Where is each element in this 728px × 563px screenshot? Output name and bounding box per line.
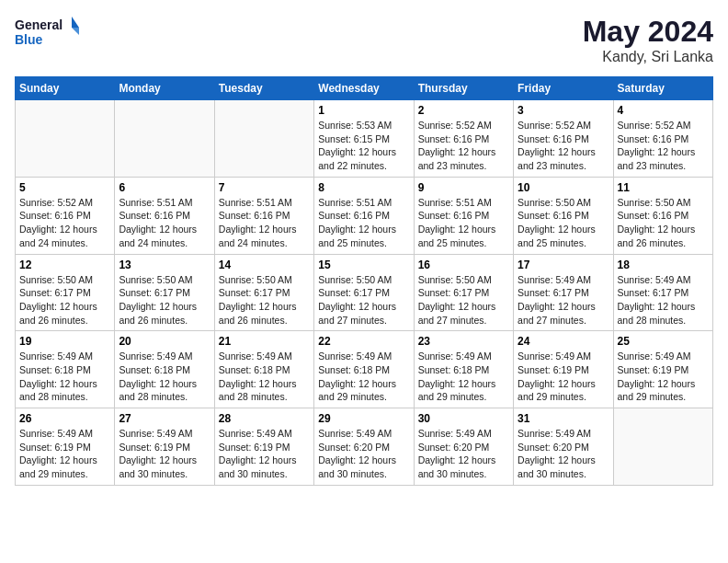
calendar-cell: 28Sunrise: 5:49 AM Sunset: 6:19 PM Dayli… — [214, 408, 313, 486]
day-info: Sunrise: 5:49 AM Sunset: 6:18 PM Dayligh… — [418, 350, 509, 404]
calendar-cell: 31Sunrise: 5:49 AM Sunset: 6:20 PM Dayli… — [514, 408, 613, 486]
day-number: 16 — [418, 259, 509, 271]
day-info: Sunrise: 5:52 AM Sunset: 6:16 PM Dayligh… — [19, 196, 110, 250]
day-number: 15 — [318, 259, 409, 271]
calendar-cell: 30Sunrise: 5:49 AM Sunset: 6:20 PM Dayli… — [414, 408, 513, 486]
calendar-cell: 16Sunrise: 5:50 AM Sunset: 6:17 PM Dayli… — [414, 254, 513, 331]
day-info: Sunrise: 5:49 AM Sunset: 6:19 PM Dayligh… — [518, 350, 609, 404]
day-info: Sunrise: 5:52 AM Sunset: 6:16 PM Dayligh… — [618, 119, 709, 173]
day-number: 27 — [119, 412, 210, 425]
day-info: Sunrise: 5:50 AM Sunset: 6:17 PM Dayligh… — [318, 273, 409, 327]
calendar-cell: 2Sunrise: 5:52 AM Sunset: 6:16 PM Daylig… — [414, 100, 513, 178]
logo: General Blue — [15, 15, 79, 55]
calendar-cell: 7Sunrise: 5:51 AM Sunset: 6:16 PM Daylig… — [214, 177, 313, 254]
day-info: Sunrise: 5:49 AM Sunset: 6:19 PM Dayligh… — [618, 350, 709, 404]
calendar-cell: 3Sunrise: 5:52 AM Sunset: 6:16 PM Daylig… — [514, 100, 613, 178]
calendar-cell: 29Sunrise: 5:49 AM Sunset: 6:20 PM Dayli… — [314, 408, 414, 486]
day-info: Sunrise: 5:51 AM Sunset: 6:16 PM Dayligh… — [219, 196, 310, 250]
calendar-cell: 24Sunrise: 5:49 AM Sunset: 6:19 PM Dayli… — [514, 331, 613, 408]
day-number: 26 — [19, 412, 110, 425]
calendar-cell: 6Sunrise: 5:51 AM Sunset: 6:16 PM Daylig… — [115, 177, 214, 254]
col-header-thursday: Thursday — [414, 77, 513, 100]
calendar-subtitle: Kandy, Sri Lanka — [583, 49, 713, 65]
week-row-3: 12Sunrise: 5:50 AM Sunset: 6:17 PM Dayli… — [16, 254, 713, 331]
day-number: 25 — [618, 335, 709, 348]
logo-svg: General Blue — [15, 15, 79, 55]
day-number: 18 — [618, 259, 709, 271]
calendar-cell — [613, 408, 712, 486]
calendar-cell: 25Sunrise: 5:49 AM Sunset: 6:19 PM Dayli… — [613, 331, 712, 408]
day-info: Sunrise: 5:49 AM Sunset: 6:20 PM Dayligh… — [318, 427, 409, 481]
week-row-4: 19Sunrise: 5:49 AM Sunset: 6:18 PM Dayli… — [16, 331, 713, 408]
day-number: 6 — [119, 181, 210, 194]
day-number: 7 — [219, 181, 310, 194]
calendar-cell: 11Sunrise: 5:50 AM Sunset: 6:16 PM Dayli… — [613, 177, 712, 254]
day-info: Sunrise: 5:52 AM Sunset: 6:16 PM Dayligh… — [518, 119, 609, 173]
day-number: 24 — [518, 335, 609, 348]
calendar-cell — [214, 100, 313, 178]
day-info: Sunrise: 5:51 AM Sunset: 6:16 PM Dayligh… — [119, 196, 210, 250]
day-info: Sunrise: 5:50 AM Sunset: 6:17 PM Dayligh… — [19, 273, 110, 327]
day-number: 22 — [318, 335, 409, 348]
calendar-title: May 2024 — [583, 15, 713, 49]
day-info: Sunrise: 5:49 AM Sunset: 6:19 PM Dayligh… — [219, 427, 310, 481]
day-info: Sunrise: 5:50 AM Sunset: 6:16 PM Dayligh… — [618, 196, 709, 250]
day-number: 1 — [318, 104, 409, 117]
day-number: 14 — [219, 259, 310, 271]
calendar-cell: 19Sunrise: 5:49 AM Sunset: 6:18 PM Dayli… — [16, 331, 115, 408]
svg-text:General: General — [15, 17, 63, 32]
day-info: Sunrise: 5:50 AM Sunset: 6:16 PM Dayligh… — [518, 196, 609, 250]
col-header-saturday: Saturday — [613, 77, 712, 100]
day-number: 13 — [119, 259, 210, 271]
col-header-friday: Friday — [514, 77, 613, 100]
col-header-sunday: Sunday — [16, 77, 115, 100]
day-number: 20 — [119, 335, 210, 348]
page-header: General Blue May 2024 Kandy, Sri Lanka — [15, 15, 713, 65]
day-info: Sunrise: 5:49 AM Sunset: 6:18 PM Dayligh… — [19, 350, 110, 404]
calendar-cell: 5Sunrise: 5:52 AM Sunset: 6:16 PM Daylig… — [16, 177, 115, 254]
day-number: 12 — [19, 259, 110, 271]
calendar-cell: 14Sunrise: 5:50 AM Sunset: 6:17 PM Dayli… — [214, 254, 313, 331]
col-header-tuesday: Tuesday — [214, 77, 313, 100]
col-header-monday: Monday — [115, 77, 214, 100]
day-number: 9 — [418, 181, 509, 194]
svg-marker-2 — [72, 17, 79, 28]
day-number: 3 — [518, 104, 609, 117]
day-info: Sunrise: 5:49 AM Sunset: 6:18 PM Dayligh… — [219, 350, 310, 404]
calendar-cell: 23Sunrise: 5:49 AM Sunset: 6:18 PM Dayli… — [414, 331, 513, 408]
day-number: 2 — [418, 104, 509, 117]
calendar-cell — [115, 100, 214, 178]
day-number: 28 — [219, 412, 310, 425]
day-info: Sunrise: 5:52 AM Sunset: 6:16 PM Dayligh… — [418, 119, 509, 173]
calendar-cell: 1Sunrise: 5:53 AM Sunset: 6:15 PM Daylig… — [314, 100, 414, 178]
day-number: 11 — [618, 181, 709, 194]
day-number: 17 — [518, 259, 609, 271]
week-row-5: 26Sunrise: 5:49 AM Sunset: 6:19 PM Dayli… — [16, 408, 713, 486]
day-number: 29 — [318, 412, 409, 425]
svg-marker-3 — [72, 28, 79, 35]
calendar-cell: 20Sunrise: 5:49 AM Sunset: 6:18 PM Dayli… — [115, 331, 214, 408]
calendar-cell: 9Sunrise: 5:51 AM Sunset: 6:16 PM Daylig… — [414, 177, 513, 254]
day-info: Sunrise: 5:50 AM Sunset: 6:17 PM Dayligh… — [119, 273, 210, 327]
day-info: Sunrise: 5:49 AM Sunset: 6:17 PM Dayligh… — [618, 273, 709, 327]
day-info: Sunrise: 5:49 AM Sunset: 6:17 PM Dayligh… — [518, 273, 609, 327]
col-header-wednesday: Wednesday — [314, 77, 414, 100]
calendar-cell: 21Sunrise: 5:49 AM Sunset: 6:18 PM Dayli… — [214, 331, 313, 408]
calendar-cell: 8Sunrise: 5:51 AM Sunset: 6:16 PM Daylig… — [314, 177, 414, 254]
calendar-table: SundayMondayTuesdayWednesdayThursdayFrid… — [15, 76, 713, 486]
calendar-cell: 26Sunrise: 5:49 AM Sunset: 6:19 PM Dayli… — [16, 408, 115, 486]
calendar-cell: 18Sunrise: 5:49 AM Sunset: 6:17 PM Dayli… — [613, 254, 712, 331]
day-number: 5 — [19, 181, 110, 194]
week-row-1: 1Sunrise: 5:53 AM Sunset: 6:15 PM Daylig… — [16, 100, 713, 178]
calendar-cell: 27Sunrise: 5:49 AM Sunset: 6:19 PM Dayli… — [115, 408, 214, 486]
day-number: 10 — [518, 181, 609, 194]
day-info: Sunrise: 5:51 AM Sunset: 6:16 PM Dayligh… — [418, 196, 509, 250]
day-number: 31 — [518, 412, 609, 425]
calendar-cell: 13Sunrise: 5:50 AM Sunset: 6:17 PM Dayli… — [115, 254, 214, 331]
day-info: Sunrise: 5:50 AM Sunset: 6:17 PM Dayligh… — [418, 273, 509, 327]
day-number: 23 — [418, 335, 509, 348]
day-info: Sunrise: 5:49 AM Sunset: 6:19 PM Dayligh… — [19, 427, 110, 481]
day-info: Sunrise: 5:49 AM Sunset: 6:18 PM Dayligh… — [318, 350, 409, 404]
day-number: 19 — [19, 335, 110, 348]
calendar-cell — [16, 100, 115, 178]
